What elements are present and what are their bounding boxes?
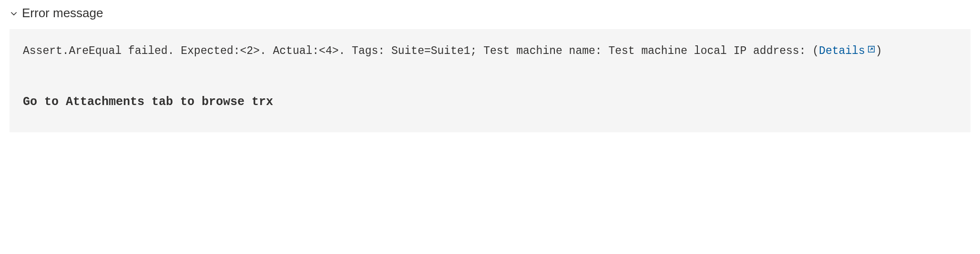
error-message-section-header[interactable]: Error message [10, 6, 970, 21]
section-title: Error message [22, 6, 103, 21]
details-link-wrapper: (Details) [812, 45, 882, 57]
chevron-down-icon [10, 9, 18, 18]
details-link[interactable]: Details [819, 45, 876, 57]
error-message-panel: Assert.AreEqual failed. Expected:<2>. Ac… [10, 29, 970, 132]
details-link-label: Details [819, 45, 865, 57]
error-text-block: Assert.AreEqual failed. Expected:<2>. Ac… [23, 41, 957, 62]
external-link-icon [867, 41, 876, 62]
error-message-text: Assert.AreEqual failed. Expected:<2>. Ac… [23, 45, 812, 57]
attachments-hint: Go to Attachments tab to browse trx [23, 91, 957, 114]
